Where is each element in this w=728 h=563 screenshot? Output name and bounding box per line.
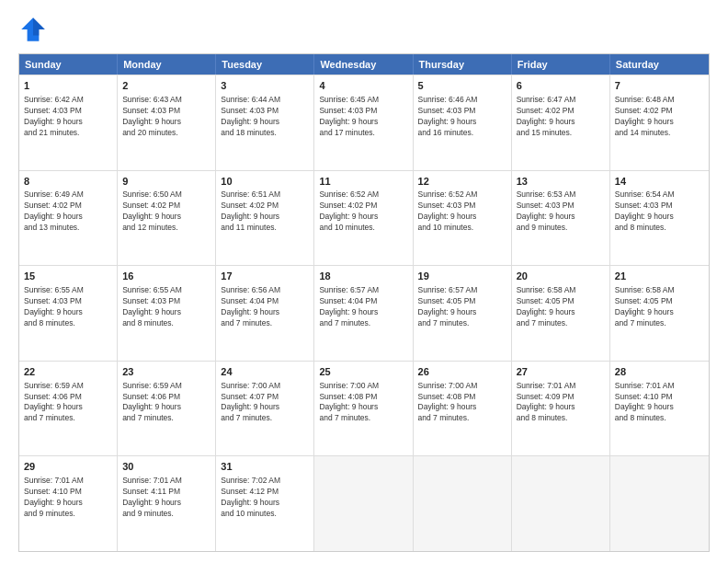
day-number: 25 (319, 365, 407, 379)
header (18, 15, 710, 44)
day-info: Sunrise: 6:52 AMSunset: 4:03 PMDaylight:… (418, 190, 506, 234)
day-cell-14: 14Sunrise: 6:54 AMSunset: 4:03 PMDayligh… (610, 171, 709, 266)
day-info: Sunrise: 7:00 AMSunset: 4:08 PMDaylight:… (319, 381, 407, 425)
calendar-row-3: 15Sunrise: 6:55 AMSunset: 4:03 PMDayligh… (19, 265, 709, 361)
day-cell-9: 9Sunrise: 6:50 AMSunset: 4:02 PMDaylight… (118, 171, 216, 266)
empty-cell (512, 456, 610, 551)
day-info: Sunrise: 6:59 AMSunset: 4:06 PMDaylight:… (24, 381, 112, 425)
day-info: Sunrise: 6:50 AMSunset: 4:02 PMDaylight:… (122, 190, 210, 234)
day-number: 29 (24, 460, 112, 474)
calendar: SundayMondayTuesdayWednesdayThursdayFrid… (18, 53, 710, 552)
page: SundayMondayTuesdayWednesdayThursdayFrid… (0, 0, 728, 563)
day-number: 28 (615, 365, 704, 379)
day-info: Sunrise: 6:46 AMSunset: 4:03 PMDaylight:… (418, 95, 506, 139)
day-info: Sunrise: 7:01 AMSunset: 4:11 PMDaylight:… (122, 476, 210, 520)
day-cell-26: 26Sunrise: 7:00 AMSunset: 4:08 PMDayligh… (414, 362, 512, 456)
day-info: Sunrise: 6:49 AMSunset: 4:02 PMDaylight:… (24, 190, 112, 234)
day-number: 30 (122, 460, 210, 474)
day-info: Sunrise: 6:42 AMSunset: 4:03 PMDaylight:… (24, 95, 112, 139)
weekday-header-thursday: Thursday (414, 54, 512, 75)
day-cell-15: 15Sunrise: 6:55 AMSunset: 4:03 PMDayligh… (19, 266, 118, 361)
day-cell-27: 27Sunrise: 7:01 AMSunset: 4:09 PMDayligh… (512, 362, 610, 456)
day-info: Sunrise: 6:54 AMSunset: 4:03 PMDaylight:… (615, 190, 704, 234)
weekday-header-saturday: Saturday (610, 54, 709, 75)
day-info: Sunrise: 6:59 AMSunset: 4:06 PMDaylight:… (122, 381, 210, 425)
day-number: 10 (221, 175, 309, 189)
day-number: 7 (615, 79, 704, 93)
day-number: 18 (319, 270, 407, 283)
day-info: Sunrise: 6:57 AMSunset: 4:05 PMDaylight:… (418, 285, 506, 329)
weekday-header-sunday: Sunday (19, 54, 118, 75)
empty-cell (314, 456, 413, 551)
day-cell-30: 30Sunrise: 7:01 AMSunset: 4:11 PMDayligh… (118, 456, 216, 551)
day-number: 12 (418, 175, 506, 189)
day-number: 22 (24, 365, 112, 379)
day-number: 19 (418, 270, 506, 283)
day-number: 20 (517, 270, 605, 283)
day-number: 14 (615, 175, 704, 189)
day-info: Sunrise: 6:45 AMSunset: 4:03 PMDaylight:… (319, 95, 407, 139)
day-cell-25: 25Sunrise: 7:00 AMSunset: 4:08 PMDayligh… (314, 362, 413, 456)
day-info: Sunrise: 6:57 AMSunset: 4:04 PMDaylight:… (319, 285, 407, 329)
day-number: 27 (517, 365, 605, 379)
day-cell-8: 8Sunrise: 6:49 AMSunset: 4:02 PMDaylight… (19, 171, 118, 266)
day-cell-10: 10Sunrise: 6:51 AMSunset: 4:02 PMDayligh… (216, 171, 314, 266)
day-info: Sunrise: 6:48 AMSunset: 4:02 PMDaylight:… (615, 95, 704, 139)
weekday-header-tuesday: Tuesday (216, 54, 314, 75)
day-cell-22: 22Sunrise: 6:59 AMSunset: 4:06 PMDayligh… (19, 362, 118, 456)
day-cell-16: 16Sunrise: 6:55 AMSunset: 4:03 PMDayligh… (118, 266, 216, 361)
day-cell-28: 28Sunrise: 7:01 AMSunset: 4:10 PMDayligh… (610, 362, 709, 456)
day-cell-4: 4Sunrise: 6:45 AMSunset: 4:03 PMDaylight… (314, 75, 413, 170)
logo (18, 15, 51, 44)
calendar-row-5: 29Sunrise: 7:01 AMSunset: 4:10 PMDayligh… (19, 455, 709, 551)
day-number: 4 (319, 79, 407, 93)
day-info: Sunrise: 7:00 AMSunset: 4:08 PMDaylight:… (418, 381, 506, 425)
empty-cell (414, 456, 512, 551)
day-cell-24: 24Sunrise: 7:00 AMSunset: 4:07 PMDayligh… (216, 362, 314, 456)
calendar-row-4: 22Sunrise: 6:59 AMSunset: 4:06 PMDayligh… (19, 361, 709, 456)
day-cell-3: 3Sunrise: 6:44 AMSunset: 4:03 PMDaylight… (216, 75, 314, 170)
day-info: Sunrise: 6:58 AMSunset: 4:05 PMDaylight:… (615, 285, 704, 329)
day-info: Sunrise: 6:44 AMSunset: 4:03 PMDaylight:… (221, 95, 309, 139)
day-cell-21: 21Sunrise: 6:58 AMSunset: 4:05 PMDayligh… (610, 266, 709, 361)
day-cell-29: 29Sunrise: 7:01 AMSunset: 4:10 PMDayligh… (19, 456, 118, 551)
day-cell-6: 6Sunrise: 6:47 AMSunset: 4:02 PMDaylight… (512, 75, 610, 170)
day-number: 15 (24, 270, 112, 283)
day-cell-18: 18Sunrise: 6:57 AMSunset: 4:04 PMDayligh… (314, 266, 413, 361)
day-number: 11 (319, 175, 407, 189)
day-number: 17 (221, 270, 309, 283)
day-cell-13: 13Sunrise: 6:53 AMSunset: 4:03 PMDayligh… (512, 171, 610, 266)
day-number: 3 (221, 79, 309, 93)
empty-cell (610, 456, 709, 551)
day-info: Sunrise: 6:52 AMSunset: 4:02 PMDaylight:… (319, 190, 407, 234)
day-number: 5 (418, 79, 506, 93)
day-info: Sunrise: 6:55 AMSunset: 4:03 PMDaylight:… (24, 285, 112, 329)
day-number: 21 (615, 270, 704, 283)
day-number: 31 (221, 460, 309, 474)
day-cell-12: 12Sunrise: 6:52 AMSunset: 4:03 PMDayligh… (414, 171, 512, 266)
day-info: Sunrise: 7:00 AMSunset: 4:07 PMDaylight:… (221, 381, 309, 425)
calendar-row-1: 1Sunrise: 6:42 AMSunset: 4:03 PMDaylight… (19, 75, 709, 170)
day-number: 16 (122, 270, 210, 283)
day-info: Sunrise: 6:58 AMSunset: 4:05 PMDaylight:… (517, 285, 605, 329)
day-info: Sunrise: 7:01 AMSunset: 4:10 PMDaylight:… (615, 381, 704, 425)
day-number: 1 (24, 79, 112, 93)
day-info: Sunrise: 7:01 AMSunset: 4:09 PMDaylight:… (517, 381, 605, 425)
day-cell-31: 31Sunrise: 7:02 AMSunset: 4:12 PMDayligh… (216, 456, 314, 551)
day-cell-19: 19Sunrise: 6:57 AMSunset: 4:05 PMDayligh… (414, 266, 512, 361)
weekday-header-monday: Monday (118, 54, 216, 75)
day-cell-17: 17Sunrise: 6:56 AMSunset: 4:04 PMDayligh… (216, 266, 314, 361)
day-number: 9 (122, 175, 210, 189)
day-cell-7: 7Sunrise: 6:48 AMSunset: 4:02 PMDaylight… (610, 75, 709, 170)
day-number: 13 (517, 175, 605, 189)
day-cell-1: 1Sunrise: 6:42 AMSunset: 4:03 PMDaylight… (19, 75, 118, 170)
day-cell-11: 11Sunrise: 6:52 AMSunset: 4:02 PMDayligh… (314, 171, 413, 266)
day-info: Sunrise: 6:53 AMSunset: 4:03 PMDaylight:… (517, 190, 605, 234)
day-info: Sunrise: 6:56 AMSunset: 4:04 PMDaylight:… (221, 285, 309, 329)
day-number: 24 (221, 365, 309, 379)
day-info: Sunrise: 6:55 AMSunset: 4:03 PMDaylight:… (122, 285, 210, 329)
day-number: 23 (122, 365, 210, 379)
day-info: Sunrise: 7:02 AMSunset: 4:12 PMDaylight:… (221, 476, 309, 520)
weekday-header-friday: Friday (512, 54, 610, 75)
day-number: 2 (122, 79, 210, 93)
